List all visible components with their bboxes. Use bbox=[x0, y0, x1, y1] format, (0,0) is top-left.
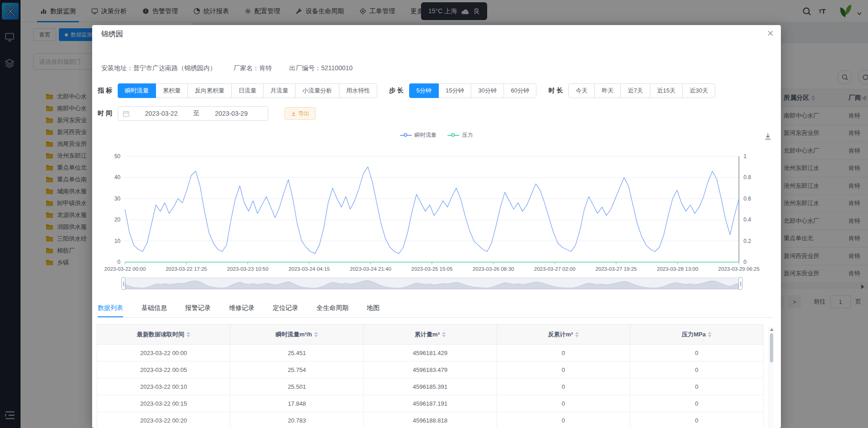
table-cell: 0 bbox=[630, 412, 763, 428]
date-range-picker[interactable]: 2023-03-22 至 2023-03-29 bbox=[118, 106, 268, 121]
app-root: 数据监测决策分析告警管理统计报表配置管理设备生命周期工单管理更多菜单 15°C … bbox=[0, 0, 868, 428]
duration-button-4[interactable]: 近30天 bbox=[682, 83, 715, 98]
device-detail-modal: 锦绣园 × 安装地址：普宁市广达南路（锦绣园内） 厂家名：肯特 出厂编号：521… bbox=[92, 25, 781, 428]
datazoom-track[interactable] bbox=[125, 278, 739, 289]
column-label: 累计量m³ bbox=[415, 331, 440, 338]
table-cell: 20.783 bbox=[230, 412, 364, 428]
legend-label: 压力 bbox=[462, 131, 473, 139]
save-chart-image-icon[interactable] bbox=[764, 133, 772, 140]
metric-button-0[interactable]: 瞬时流量 bbox=[118, 83, 156, 98]
svg-text:40: 40 bbox=[114, 174, 121, 180]
time-label: 时 间 bbox=[98, 109, 112, 118]
duration-button-2[interactable]: 近7天 bbox=[620, 83, 650, 98]
install-address: 安装地址：普宁市广达南路（锦绣园内） bbox=[101, 64, 216, 72]
data-list-table: 最新数据读取时间瞬时流量m³/h累计量m³反累计m³压力MPa 2023-03-… bbox=[97, 324, 764, 428]
table-cell: 0 bbox=[497, 378, 630, 395]
svg-text:2023-03-22 00:00: 2023-03-22 00:00 bbox=[104, 266, 146, 272]
time-row: 时 间 2023-03-22 至 2023-03-29 导出 bbox=[98, 106, 316, 121]
step-button-1[interactable]: 15分钟 bbox=[438, 83, 471, 98]
metric-button-2[interactable]: 反向累积量 bbox=[187, 83, 232, 98]
table-column-0[interactable]: 最新数据读取时间 bbox=[97, 325, 230, 345]
metric-button-3[interactable]: 日流量 bbox=[231, 83, 264, 98]
table-column-3[interactable]: 反累计m³ bbox=[497, 325, 630, 345]
sort-icon bbox=[314, 332, 318, 337]
table-cell: 0 bbox=[497, 361, 630, 378]
legend-marker bbox=[447, 133, 459, 138]
metric-button-4[interactable]: 月流量 bbox=[263, 83, 296, 98]
svg-text:1: 1 bbox=[743, 153, 747, 160]
table-cell: 4596187.191 bbox=[364, 395, 497, 412]
duration-label: 时 长 bbox=[548, 87, 563, 95]
device-info-row: 安装地址：普宁市广达南路（锦绣园内） 厂家名：肯特 出厂编号：521100010 bbox=[101, 64, 353, 72]
detail-tab-0[interactable]: 数据列表 bbox=[98, 299, 123, 317]
serial-number: 出厂编号：521100010 bbox=[289, 64, 353, 72]
detail-tab-5[interactable]: 全生命周期 bbox=[317, 299, 348, 317]
table-vertical-scrollbar[interactable] bbox=[769, 327, 774, 428]
scroll-up-icon[interactable] bbox=[770, 328, 774, 331]
step-label: 步 长 bbox=[389, 87, 404, 95]
step-button-2[interactable]: 30分钟 bbox=[471, 83, 504, 98]
sort-icon bbox=[708, 332, 712, 337]
duration-button-1[interactable]: 昨天 bbox=[594, 83, 621, 98]
svg-text:2023-03-22 17:25: 2023-03-22 17:25 bbox=[166, 266, 207, 272]
table-cell: 0 bbox=[497, 395, 630, 412]
step-button-3[interactable]: 60分钟 bbox=[504, 83, 536, 98]
step-button-0[interactable]: 5分钟 bbox=[409, 83, 439, 98]
export-button[interactable]: 导出 bbox=[285, 107, 316, 120]
table-row-3: 2023-03-22 00:1517.8484596187.19100 bbox=[97, 395, 764, 412]
date-end[interactable]: 2023-03-29 bbox=[199, 110, 263, 117]
detail-tab-6[interactable]: 地图 bbox=[367, 299, 379, 317]
detail-tab-4[interactable]: 定位记录 bbox=[273, 299, 298, 317]
detail-tab-3[interactable]: 维修记录 bbox=[229, 299, 255, 317]
table-cell: 2023-03-22 00:00 bbox=[97, 345, 230, 361]
metric-button-group: 瞬时流量累积量反向累积量日流量月流量小流量分析用水特性 bbox=[118, 83, 377, 98]
table-cell: 0 bbox=[630, 345, 763, 361]
table-cell: 2023-03-22 00:15 bbox=[97, 395, 230, 412]
metric-button-5[interactable]: 小流量分析 bbox=[295, 83, 339, 98]
table-cell: 4596185.391 bbox=[364, 378, 497, 395]
table-cell: 2023-03-22 00:10 bbox=[97, 378, 230, 395]
legend-item-0[interactable]: 瞬时流量 bbox=[400, 131, 437, 139]
scrollbar-thumb[interactable] bbox=[770, 333, 773, 362]
table-row-2: 2023-03-22 00:1025.5014596185.39100 bbox=[97, 378, 764, 395]
sort-icon bbox=[575, 332, 579, 337]
table-column-4[interactable]: 压力MPa bbox=[630, 325, 763, 345]
chart-datazoom-slider[interactable] bbox=[121, 277, 743, 290]
svg-text:0: 0 bbox=[117, 259, 120, 265]
metric-button-6[interactable]: 用水特性 bbox=[339, 83, 377, 98]
metric-controls-row: 指 标 瞬时流量累积量反向累积量日流量月流量小流量分析用水特性 步 长 5分钟1… bbox=[98, 83, 727, 98]
legend-item-1[interactable]: 压力 bbox=[447, 131, 473, 139]
svg-text:10: 10 bbox=[114, 238, 121, 244]
duration-button-3[interactable]: 近15天 bbox=[650, 83, 683, 98]
datazoom-left-handle[interactable] bbox=[121, 277, 125, 290]
table-column-2[interactable]: 累计量m³ bbox=[364, 325, 497, 345]
svg-text:2023-03-26 08:30: 2023-03-26 08:30 bbox=[473, 266, 514, 272]
date-start[interactable]: 2023-03-22 bbox=[130, 110, 193, 117]
table-cell: 4596188.818 bbox=[364, 412, 497, 428]
svg-text:0.2: 0.2 bbox=[743, 238, 751, 244]
table-column-1[interactable]: 瞬时流量m³/h bbox=[230, 325, 364, 345]
table-cell: 17.848 bbox=[230, 395, 364, 412]
svg-text:0: 0 bbox=[743, 259, 747, 265]
table-row-4: 2023-03-22 00:2020.7834596188.81800 bbox=[97, 412, 764, 428]
table-cell: 4596181.429 bbox=[364, 345, 497, 361]
datazoom-right-handle[interactable] bbox=[738, 277, 743, 290]
legend-label: 瞬时流量 bbox=[415, 131, 437, 139]
table-cell: 0 bbox=[630, 395, 763, 412]
table-cell: 0 bbox=[497, 412, 630, 428]
svg-text:2023-03-25 15:05: 2023-03-25 15:05 bbox=[411, 266, 453, 272]
datazoom-silhouette bbox=[125, 278, 738, 289]
svg-text:2023-03-24 04:15: 2023-03-24 04:15 bbox=[288, 266, 330, 272]
svg-text:30: 30 bbox=[114, 196, 121, 202]
close-icon[interactable]: × bbox=[767, 28, 774, 39]
sort-icon bbox=[187, 332, 190, 337]
step-button-group: 5分钟15分钟30分钟60分钟 bbox=[409, 83, 537, 98]
metric-button-1[interactable]: 累积量 bbox=[156, 83, 188, 98]
legend-marker bbox=[400, 133, 412, 138]
detail-tab-1[interactable]: 基础信息 bbox=[141, 299, 167, 317]
detail-tab-2[interactable]: 报警记录 bbox=[185, 299, 211, 317]
table-cell: 0 bbox=[630, 378, 763, 395]
table-cell: 25.754 bbox=[230, 361, 364, 378]
table-cell: 0 bbox=[630, 361, 763, 378]
duration-button-0[interactable]: 今天 bbox=[568, 83, 595, 98]
